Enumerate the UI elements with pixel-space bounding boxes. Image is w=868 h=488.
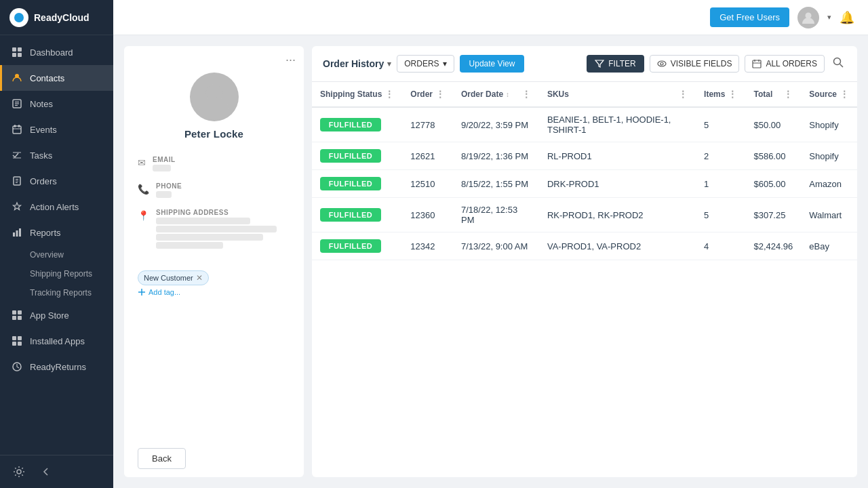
reports-icon <box>11 226 23 239</box>
cell-total: $307.25 <box>745 198 801 232</box>
order-toolbar: Order History ▾ ORDERS ▾ Update View FIL… <box>312 46 857 82</box>
contact-options-button[interactable]: ··· <box>285 53 296 67</box>
cell-date: 7/13/22, 9:00 AM <box>453 232 539 260</box>
col-menu-icon[interactable]: ⋮ <box>435 89 445 100</box>
search-icon <box>833 57 844 68</box>
sidebar-sub-item-shipping-reports[interactable]: Shipping Reports <box>0 264 113 283</box>
back-button[interactable]: Back <box>138 448 186 469</box>
table-row[interactable]: FULFILLED 12360 7/18/22, 12:53 PM RK-PRO… <box>312 198 857 232</box>
sidebar-item-app-store[interactable]: App Store <box>0 302 113 328</box>
notifications-bell-icon[interactable]: 🔔 <box>840 10 854 25</box>
email-icon: ✉ <box>138 157 146 168</box>
svg-rect-19 <box>13 232 15 237</box>
col-menu-icon[interactable]: ⋮ <box>728 89 737 100</box>
col-menu-icon[interactable]: ⋮ <box>678 89 688 100</box>
cell-total: $2,424.96 <box>745 232 801 260</box>
address-icon: 📍 <box>138 210 149 221</box>
order-history-select[interactable]: Order History ▾ <box>323 58 391 69</box>
table-row[interactable]: FULFILLED 12510 8/15/22, 1:55 PM DRK-PRO… <box>312 170 857 198</box>
sidebar-sub-item-overview[interactable]: Overview <box>0 245 113 264</box>
sidebar-item-tasks[interactable]: Tasks <box>0 142 113 168</box>
sidebar-nav: Dashboard Contacts Notes Events <box>0 35 113 455</box>
cell-order: 12621 <box>402 142 453 170</box>
visible-fields-button[interactable]: VISIBLE FIELDS <box>650 55 740 73</box>
sidebar-item-label: Reports <box>30 228 61 238</box>
sidebar-item-action-alerts[interactable]: Action Alerts <box>0 194 113 220</box>
cell-order: 12360 <box>402 198 453 232</box>
header: Get Free Users ▾ 🔔 <box>113 0 868 35</box>
cell-status: FULFILLED <box>312 142 402 170</box>
filter-button[interactable]: FILTER <box>587 55 644 73</box>
sidebar-item-events[interactable]: Events <box>0 117 113 142</box>
table-row[interactable]: FULFILLED 12621 8/19/22, 1:36 PM RL-PROD… <box>312 142 857 170</box>
cell-items: 5 <box>696 107 745 142</box>
app-name: ReadyCloud <box>34 12 90 23</box>
orders-dropdown-button[interactable]: ORDERS ▾ <box>397 55 454 73</box>
col-menu-icon[interactable]: ⋮ <box>521 89 531 100</box>
svg-rect-24 <box>12 316 16 320</box>
col-menu-icon[interactable]: ⋮ <box>783 89 793 100</box>
status-badge: FULFILLED <box>320 208 381 222</box>
address-line3 <box>156 234 263 241</box>
sidebar-item-notes[interactable]: Notes <box>0 91 113 117</box>
user-avatar[interactable] <box>797 7 819 28</box>
orders-tbody: FULFILLED 12778 9/20/22, 3:59 PM BEANIE-… <box>312 107 857 260</box>
svg-rect-20 <box>16 230 18 237</box>
col-order-date: Order Date ↕ ⋮ <box>453 82 539 107</box>
sort-icon: ↕ <box>506 91 509 98</box>
svg-rect-1 <box>18 47 22 52</box>
notes-icon <box>11 98 23 110</box>
table-row[interactable]: FULFILLED 12342 7/13/22, 9:00 AM VA-PROD… <box>312 232 857 260</box>
sidebar-item-contacts[interactable]: Contacts <box>0 65 113 91</box>
sidebar-item-installed-apps[interactable]: Installed Apps <box>0 328 113 354</box>
cell-status: FULFILLED <box>312 198 402 232</box>
contact-address-row: 📍 SHIPPING ADDRESS <box>138 209 290 250</box>
sidebar-item-reports[interactable]: Reports <box>0 220 113 245</box>
sidebar-item-label: Action Alerts <box>30 202 79 212</box>
col-menu-icon[interactable]: ⋮ <box>840 89 849 100</box>
cell-source: Shopify <box>801 142 857 170</box>
sidebar-item-label: ReadyReturns <box>30 362 86 372</box>
all-orders-button[interactable]: ALL ORDERS <box>745 55 825 73</box>
table-row[interactable]: FULFILLED 12778 9/20/22, 3:59 PM BEANIE-… <box>312 107 857 142</box>
sidebar-item-label: Installed Apps <box>30 336 85 346</box>
sidebar-item-orders[interactable]: Orders <box>0 168 113 194</box>
contact-panel: ··· Peter Locke ✉ EMAIL <box>124 46 304 477</box>
contacts-icon <box>11 72 23 84</box>
svg-point-40 <box>834 58 841 65</box>
sidebar-item-ready-returns[interactable]: ReadyReturns <box>0 354 113 380</box>
cell-items: 1 <box>696 170 745 198</box>
search-button[interactable] <box>830 54 846 73</box>
get-free-users-button[interactable]: Get Free Users <box>710 7 789 27</box>
cell-date: 7/18/22, 12:53 PM <box>453 198 539 232</box>
contact-panel-header: ··· <box>124 46 304 67</box>
sidebar-item-label: Dashboard <box>30 47 73 58</box>
col-menu-icon[interactable]: ⋮ <box>384 89 394 100</box>
settings-button[interactable] <box>8 461 30 483</box>
svg-rect-9 <box>13 126 21 134</box>
cell-status: FULFILLED <box>312 170 402 198</box>
svg-rect-3 <box>18 53 22 57</box>
tasks-icon <box>11 149 23 161</box>
sidebar-sub-item-tracking-reports[interactable]: Tracking Reports <box>0 283 113 302</box>
sidebar-item-dashboard[interactable]: Dashboard <box>0 39 113 65</box>
sidebar-logo: ReadyCloud <box>0 0 113 35</box>
cell-date: 8/19/22, 1:36 PM <box>453 142 539 170</box>
contact-avatar <box>190 73 239 121</box>
orders-chevron-icon: ▾ <box>443 59 447 68</box>
sidebar-item-label: Tasks <box>30 150 52 161</box>
cell-source: Shopify <box>801 107 857 142</box>
svg-rect-29 <box>18 342 22 346</box>
user-menu-chevron[interactable]: ▾ <box>827 13 831 22</box>
order-table: Shipping Status ⋮ Order ⋮ <box>312 82 857 477</box>
update-view-button[interactable]: Update View <box>460 55 525 73</box>
col-total: Total ⋮ <box>745 82 801 107</box>
add-tag-button[interactable]: Add tag... <box>124 285 304 299</box>
svg-rect-26 <box>12 336 16 340</box>
collapse-sidebar-button[interactable] <box>35 461 57 483</box>
cell-skus: DRK-PROD1 <box>539 170 696 198</box>
svg-line-41 <box>840 64 844 68</box>
calendar-icon <box>752 59 762 68</box>
remove-tag-button[interactable]: ✕ <box>196 273 203 283</box>
svg-point-35 <box>660 62 663 65</box>
